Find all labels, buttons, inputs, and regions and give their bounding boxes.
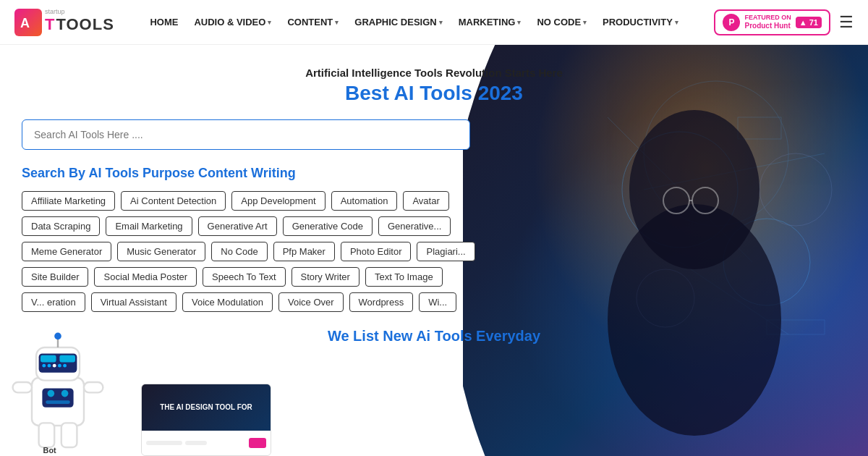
product-hunt-badge[interactable]: P FEATURED ON Product Hunt ▲ 71 <box>714 9 830 35</box>
svg-rect-31 <box>61 423 77 447</box>
tag-text-to-image[interactable]: Text To Image <box>365 267 443 287</box>
svg-rect-35 <box>46 400 70 404</box>
chevron-down-icon: ▾ <box>583 19 587 26</box>
svg-rect-21 <box>41 355 56 363</box>
tag-site-builder[interactable]: Site Builder <box>22 267 88 287</box>
svg-rect-32 <box>42 388 73 407</box>
nav-marketing[interactable]: MARKETING ▾ <box>453 12 527 32</box>
headline-subtitle: Artificial Intelligence Tools Revolution… <box>22 67 846 79</box>
svg-text:A: A <box>20 16 30 30</box>
nav-audio-video[interactable]: AUDIO & VIDEO ▾ <box>188 12 277 32</box>
svg-point-33 <box>48 390 55 397</box>
tag-v-eration[interactable]: V... eration <box>22 292 85 312</box>
logo-text-block: startup T TOOLS <box>45 11 114 34</box>
logo[interactable]: A startup T TOOLS <box>14 9 114 36</box>
tag-speech-to-text[interactable]: Speech To Text <box>203 267 285 287</box>
svg-point-26 <box>58 364 61 368</box>
tag-voice-modulation[interactable]: Voice Modulation <box>182 292 273 312</box>
main-nav: HOME AUDIO & VIDEO ▾ CONTENT ▾ GRAPHIC D… <box>144 12 684 32</box>
headline-block: Artificial Intelligence Tools Revolution… <box>22 67 846 105</box>
svg-point-25 <box>53 364 56 368</box>
tag-plagiarism[interactable]: Plagiari... <box>417 242 475 261</box>
nav-no-code[interactable]: NO CODE ▾ <box>531 12 592 32</box>
svg-rect-22 <box>59 355 75 363</box>
card-thumb-footer <box>142 431 271 455</box>
tag-virtual-assistant[interactable]: Virtual Assistant <box>91 292 176 312</box>
svg-point-24 <box>48 364 51 368</box>
tag-wordpress[interactable]: Wordpress <box>349 292 414 312</box>
tag-email-marketing[interactable]: Email Marketing <box>106 216 192 236</box>
product-hunt-text: FEATURED ON Product Hunt <box>744 14 791 30</box>
tags-title: Search By AI Tools Purpose Content Writi… <box>22 166 846 181</box>
tag-photo-editor[interactable]: Photo Editor <box>341 242 412 261</box>
tag-social-media-poster[interactable]: Social Media Poster <box>94 267 197 287</box>
product-hunt-logo: P <box>723 14 740 31</box>
card-footer-bar <box>146 441 182 445</box>
chevron-down-icon: ▾ <box>335 19 339 26</box>
svg-point-19 <box>54 333 61 340</box>
svg-rect-30 <box>39 423 55 447</box>
tag-generative-code[interactable]: Generative Code <box>283 216 373 236</box>
svg-text:Bot: Bot <box>43 446 56 455</box>
chevron-down-icon: ▾ <box>517 19 521 26</box>
svg-point-27 <box>63 364 67 368</box>
search-input[interactable] <box>22 119 470 150</box>
svg-rect-29 <box>84 382 103 392</box>
tags-grid: Affiliate Marketing Ai Content Detection… <box>22 191 485 312</box>
chevron-down-icon: ▾ <box>675 19 678 26</box>
svg-point-34 <box>61 390 69 397</box>
nav-graphic-design[interactable]: GRAPHIC DESIGN ▾ <box>349 12 448 32</box>
left-section: Artificial Intelligence Tools Revolution… <box>0 45 868 456</box>
tag-generative-art[interactable]: Generative Art <box>198 216 277 236</box>
tag-app-development[interactable]: App Development <box>231 191 325 211</box>
logo-name: TOOLS <box>56 15 114 34</box>
svg-point-23 <box>42 364 46 368</box>
tag-story-writer[interactable]: Story Writer <box>292 267 359 287</box>
tag-meme-generator[interactable]: Meme Generator <box>22 242 111 261</box>
tag-data-scraping[interactable]: Data Scraping <box>22 216 100 236</box>
robot-icon: Bot <box>0 326 116 456</box>
tag-voice-over[interactable]: Voice Over <box>278 292 344 312</box>
svg-rect-28 <box>13 382 32 392</box>
new-tools-label: We List New Ai Tools Everyday <box>22 328 846 345</box>
tag-avatar[interactable]: Avatar <box>403 191 448 211</box>
card-thumb-inner-1: THE AI DESIGN TOOL FOR <box>142 384 271 431</box>
chevron-down-icon: ▾ <box>268 19 271 26</box>
robot-area: Bot <box>0 326 123 456</box>
main-content: Artificial Intelligence Tools Revolution… <box>0 45 868 456</box>
nav-productivity[interactable]: PRODUCTIVITY ▾ <box>597 12 684 32</box>
nav-home[interactable]: HOME <box>144 12 184 32</box>
bottom-section: We List New Ai Tools Everyday <box>22 328 846 345</box>
product-hunt-count: ▲ 71 <box>796 17 822 28</box>
card-footer-bar-2 <box>185 441 207 445</box>
tag-pfp-maker[interactable]: Pfp Maker <box>273 242 335 261</box>
tag-wi[interactable]: Wi... <box>419 292 456 312</box>
logo-sub: startup <box>45 8 114 15</box>
header: A startup T TOOLS HOME AUDIO & VIDEO ▾ C… <box>0 0 868 45</box>
card-footer-button[interactable] <box>249 438 266 448</box>
tag-affiliate-marketing[interactable]: Affiliate Marketing <box>22 191 115 211</box>
chevron-down-icon: ▾ <box>439 19 443 26</box>
headline-title: Best AI Tools 2023 <box>22 82 846 105</box>
hamburger-menu[interactable]: ☰ <box>839 13 854 32</box>
tag-ai-content-detection[interactable]: Ai Content Detection <box>121 191 226 211</box>
card-thumb-1[interactable]: THE AI DESIGN TOOL FOR <box>141 384 271 456</box>
tag-generative-other[interactable]: Generative... <box>378 216 451 236</box>
logo-icon: A <box>14 9 42 36</box>
tag-automation[interactable]: Automation <box>331 191 398 211</box>
tag-music-generator[interactable]: Music Generator <box>117 242 205 261</box>
nav-content[interactable]: CONTENT ▾ <box>281 12 344 32</box>
card-thumbnail-area: THE AI DESIGN TOOL FOR <box>141 384 271 456</box>
tag-no-code[interactable]: No Code <box>211 242 267 261</box>
